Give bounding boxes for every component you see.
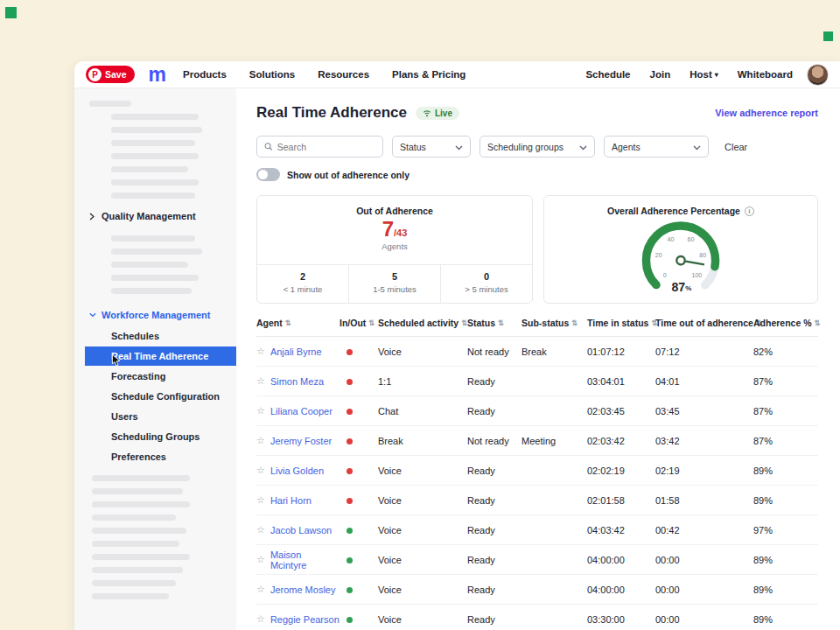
out-of-adherence-count: 7/43 [257, 217, 532, 242]
nav-link-host[interactable]: Host▾ [690, 69, 718, 80]
table-row[interactable]: ☆Jerome MosleyVoiceReady04:00:0000:0089% [256, 575, 818, 605]
table-row[interactable]: ☆Livia GoldenVoiceReady02:02:1902:1989% [256, 456, 818, 486]
sidebar-skeleton-group [74, 101, 236, 199]
nav-link-plans-pricing[interactable]: Plans & Pricing [392, 69, 466, 80]
sort-icon[interactable]: ⇅ [285, 318, 291, 327]
star-icon[interactable]: ☆ [256, 435, 265, 446]
clear-filters-button[interactable]: Clear [724, 142, 747, 152]
inout-status-dot [346, 528, 353, 534]
table-row[interactable]: ☆Liliana CooperChatReady02:03:4503:4587% [256, 396, 818, 426]
adherence-cell: 87% [753, 376, 818, 387]
agent-link[interactable]: Simon Meza [270, 376, 324, 387]
sidebar-skeleton-group [74, 235, 236, 294]
star-icon[interactable]: ☆ [256, 346, 265, 357]
time-out-of-adherence-cell: 04:01 [655, 376, 753, 387]
nav-link-resources[interactable]: Resources [318, 69, 369, 80]
agent-link[interactable]: Reggie Pearson [270, 614, 340, 625]
nav-link-join[interactable]: Join [650, 69, 671, 80]
live-badge: Live [416, 107, 459, 120]
skeleton-bar [92, 514, 176, 521]
agent-link[interactable]: Hari Horn [270, 495, 312, 506]
search-field[interactable] [256, 136, 383, 158]
sort-icon[interactable]: ⇅ [368, 318, 374, 327]
chevron-down-icon [579, 142, 587, 152]
app-window: P Save m ProductsSolutionsResourcesPlans… [74, 61, 840, 630]
table-row[interactable]: ☆Simon Meza1:1Ready03:04:0104:0187% [256, 367, 818, 396]
agent-link[interactable]: Maison Mcintyre [270, 550, 340, 570]
star-icon[interactable]: ☆ [256, 554, 265, 565]
sidebar-item-forecasting[interactable]: Forecasting [74, 367, 236, 386]
nav-right-links: ScheduleJoinHost▾Whiteboard [585, 69, 793, 80]
agent-link[interactable]: Jacob Lawson [270, 525, 332, 536]
nav-link-schedule[interactable]: Schedule [585, 69, 630, 80]
column-header-status[interactable]: Status⇅ [467, 318, 522, 328]
sort-icon[interactable]: ⇅ [571, 318, 578, 327]
star-icon[interactable]: ☆ [256, 494, 265, 506]
agent-link[interactable]: Livia Golden [270, 466, 324, 476]
column-header-agent[interactable]: Agent⇅ [256, 318, 340, 328]
inout-cell [340, 346, 378, 357]
agent-link[interactable]: Liliana Cooper [270, 406, 332, 416]
show-out-of-adherence-toggle[interactable] [256, 168, 280, 181]
column-header-scheduled-activity[interactable]: Scheduled activity⇅ [378, 318, 467, 328]
toggle-knob [258, 170, 268, 179]
sidebar-item-workforce-management[interactable]: Workforce Management [74, 304, 236, 326]
star-icon[interactable]: ☆ [256, 613, 265, 625]
nav-link-solutions[interactable]: Solutions [249, 69, 295, 80]
star-icon[interactable]: ☆ [256, 584, 265, 595]
skeleton-bar [92, 501, 190, 508]
inout-cell [340, 614, 378, 625]
user-avatar[interactable] [807, 64, 829, 86]
table-header: Agent⇅In/Out⇅Scheduled activity⇅Status⇅S… [256, 318, 818, 337]
skeleton-bar [111, 275, 199, 281]
status-cell: Not ready [467, 436, 522, 446]
table-row[interactable]: ☆Hari HornVoiceReady02:01:5801:5889% [256, 486, 818, 515]
svg-text:0: 0 [663, 272, 667, 278]
sidebar-item-quality-management[interactable]: Quality Management [74, 206, 236, 227]
agent-link[interactable]: Jerome Mosley [270, 584, 336, 595]
status-cell: Ready [467, 376, 522, 387]
nav-link-products[interactable]: Products [183, 69, 227, 80]
search-input[interactable] [277, 142, 375, 152]
view-adherence-report-link[interactable]: View adherence report [715, 108, 818, 118]
star-icon[interactable]: ☆ [256, 375, 265, 387]
inout-cell [340, 466, 378, 476]
sidebar-item-users[interactable]: Users [74, 407, 236, 426]
board-sticker-green[interactable] [5, 7, 17, 18]
dropdown-scheduling-groups[interactable]: Scheduling groups [480, 136, 595, 158]
sidebar-item-schedules[interactable]: Schedules [74, 326, 236, 346]
sidebar-item-scheduling-groups[interactable]: Scheduling Groups [74, 427, 236, 446]
sidebar-item-preferences[interactable]: Preferences [74, 447, 236, 466]
nav-link-whiteboard[interactable]: Whiteboard [738, 69, 793, 80]
miro-logo[interactable]: m [149, 65, 165, 85]
board-sticker-green[interactable] [823, 32, 833, 41]
column-header-time-out-of-adherence[interactable]: Time out of adherence⇅ [655, 318, 753, 328]
agent-link[interactable]: Anjali Byrne [270, 346, 322, 357]
column-header-adherence[interactable]: Adherence %⇅ [753, 318, 818, 328]
dropdown-agents[interactable]: Agents [604, 136, 709, 158]
column-header-in-out[interactable]: In/Out⇅ [340, 318, 378, 328]
table-row[interactable]: ☆Jacob LawsonVoiceReady04:03:4200:4297% [256, 515, 818, 545]
count-unit: Agents [257, 242, 532, 251]
dropdown-status[interactable]: Status [392, 136, 471, 158]
pinterest-save-button[interactable]: P Save [86, 66, 135, 83]
table-row[interactable]: ☆Maison McintyreVoiceReady04:00:0000:008… [256, 545, 818, 575]
adherence-bucket: 2< 1 minute [257, 265, 348, 303]
star-icon[interactable]: ☆ [256, 524, 265, 536]
star-icon[interactable]: ☆ [256, 405, 265, 416]
skeleton-bar [92, 488, 183, 494]
star-icon[interactable]: ☆ [256, 465, 265, 476]
table-row[interactable]: ☆Anjali ByrneVoiceNot readyBreak01:07:12… [256, 337, 818, 367]
inout-status-dot [346, 617, 353, 623]
sort-icon[interactable]: ⇅ [815, 318, 821, 327]
column-header-time-in-status[interactable]: Time in status⇅ [587, 318, 655, 328]
sort-icon[interactable]: ⇅ [498, 318, 504, 327]
agent-link[interactable]: Jeremy Foster [270, 436, 332, 446]
sidebar-item-schedule-configuration[interactable]: Schedule Configuration [74, 387, 236, 406]
table-row[interactable]: ☆Jeremy FosterBreakNot readyMeeting02:03… [256, 426, 818, 456]
sidebar-item-real-time-adherence[interactable]: Real Time Adherence [85, 346, 236, 366]
column-label: Time in status [587, 318, 648, 328]
adherence-cell: 87% [753, 436, 818, 446]
column-header-sub-status[interactable]: Sub-status⇅ [522, 318, 587, 328]
table-row[interactable]: ☆Reggie PearsonVoiceReady03:30:0000:0089… [256, 605, 818, 630]
